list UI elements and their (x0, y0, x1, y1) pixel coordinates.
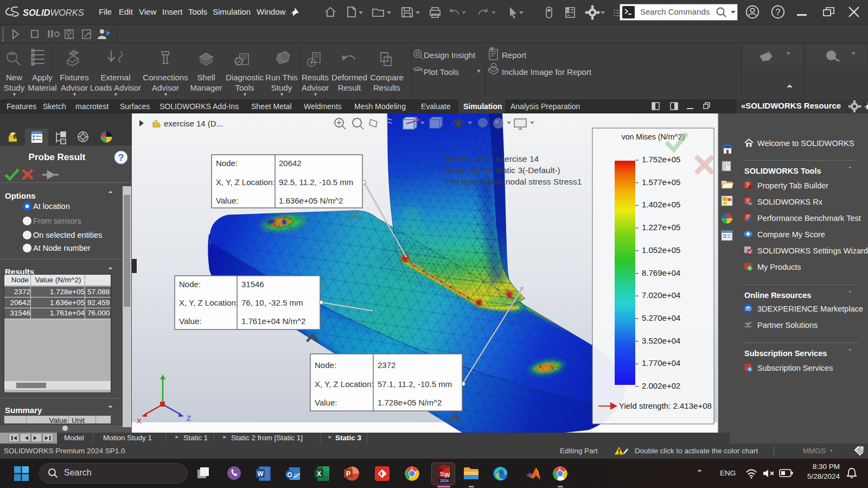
svg-text:?: ? (118, 153, 124, 163)
svg-text:76, 10, -32.5 mm: 76, 10, -32.5 mm (241, 298, 303, 307)
svg-text:W: W (257, 470, 264, 478)
svg-text:8.769e+04: 8.769e+04 (642, 268, 680, 277)
svg-text:Node:: Node: (315, 360, 336, 370)
svg-text:3.520e+04: 3.520e+04 (642, 336, 680, 345)
svg-text:exercise 14 (D...: exercise 14 (D... (164, 119, 223, 128)
svg-text:Value:: Value: (315, 398, 337, 407)
svg-text:X: X (317, 470, 321, 478)
svg-text:Node:: Node: (179, 280, 201, 289)
svg-text:S: S (440, 471, 444, 477)
svg-text:Model name: exercise 14: Model name: exercise 14 (445, 154, 539, 163)
svg-text:2024: 2024 (440, 479, 449, 483)
svg-text:X, Y, Z Location:: X, Y, Z Location: (179, 298, 238, 307)
svg-text:1.752e+05: 1.752e+05 (642, 155, 680, 164)
svg-text:1.761e+04 N/m^2: 1.761e+04 N/m^2 (241, 316, 305, 326)
svg-text:?: ? (776, 8, 781, 17)
svg-text:20642: 20642 (279, 159, 302, 168)
svg-text:Study name: Static 3(-Default-: Study name: Static 3(-Default-) (445, 166, 560, 175)
svg-text:1.728e+05 N/m^2: 1.728e+05 N/m^2 (378, 398, 442, 407)
svg-text:Yield strength: 2.413e+08: Yield strength: 2.413e+08 (619, 401, 712, 410)
svg-text:1.577e+05: 1.577e+05 (642, 178, 680, 187)
svg-text:2.002e+02: 2.002e+02 (642, 381, 680, 390)
svg-text:92.5, 11.2, -10.5 mm: 92.5, 11.2, -10.5 mm (279, 178, 353, 187)
svg-text:1.636e+05 N/m^2: 1.636e+05 N/m^2 (279, 196, 343, 205)
svg-text:1.402e+05: 1.402e+05 (642, 200, 680, 209)
svg-text:Node:: Node: (216, 159, 238, 168)
svg-text:57.1, 11.2, -10.5 mm: 57.1, 11.2, -10.5 mm (378, 379, 452, 389)
svg-text:2372: 2372 (378, 360, 395, 370)
svg-text:Z: Z (187, 414, 191, 422)
svg-text:5.270e+04: 5.270e+04 (642, 313, 680, 322)
svg-text:Value:: Value: (216, 196, 238, 205)
svg-text:X: X (137, 417, 142, 425)
svg-text:W: W (444, 472, 450, 478)
svg-text:7.020e+04: 7.020e+04 (642, 290, 680, 300)
svg-text:O: O (287, 471, 292, 479)
svg-text:1.227e+05: 1.227e+05 (642, 223, 680, 232)
svg-text:P: P (346, 470, 350, 478)
svg-text:X, Y, Z Location:: X, Y, Z Location: (216, 178, 275, 187)
svg-text:X, Y, Z Location:: X, Y, Z Location: (315, 379, 374, 389)
svg-text:von Mises (N/m^2): von Mises (N/m^2) (622, 132, 685, 141)
svg-text:3D: 3D (745, 306, 751, 312)
svg-text:1.770e+04: 1.770e+04 (642, 358, 680, 367)
svg-text:31546: 31546 (241, 280, 264, 289)
svg-text:Plot type: Static nodal stress: Plot type: Static nodal stress Stress1 (445, 177, 582, 186)
svg-text:Value:: Value: (179, 316, 201, 326)
svg-text:1.052e+05: 1.052e+05 (642, 245, 680, 255)
